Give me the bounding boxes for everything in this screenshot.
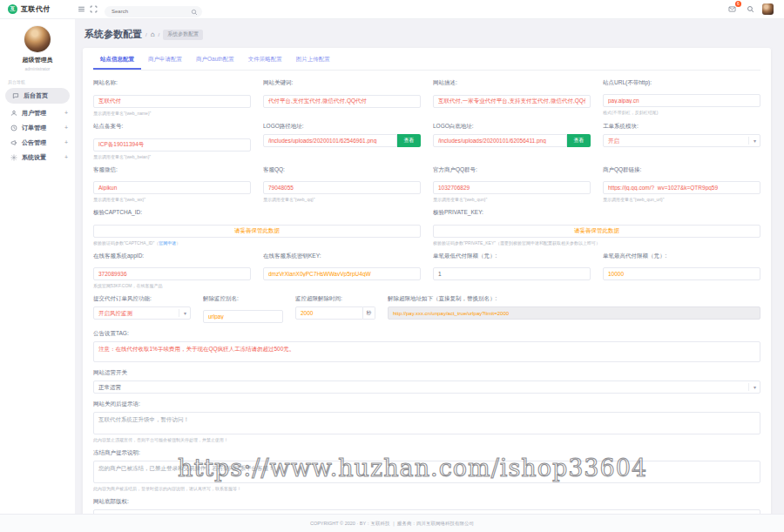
tab-image-upload[interactable]: 图片上传配置 — [289, 51, 337, 70]
site-keywords-input[interactable] — [263, 95, 421, 108]
beian-helper: 显示调用变量名"{web_beian}" — [93, 154, 251, 159]
qq-group-label: 官方商户QQ群号: — [433, 166, 591, 174]
site-url-input[interactable] — [603, 94, 760, 107]
max-limit-input[interactable] — [603, 267, 760, 280]
close-tips-textarea[interactable]: 互联代付系统正升级中，暂停访问！ — [93, 412, 760, 434]
beian-label: 站点备案号: — [93, 123, 251, 131]
logo-white-view-button[interactable]: 查看 — [567, 134, 591, 147]
notice-tag-label: 公告设置TAG: — [93, 330, 760, 338]
sidebar-item-users[interactable]: 用户管理 + — [0, 105, 75, 120]
settings-card: 站点信息配置 商户申请配置 商户Oauth配置 文件策略配置 图片上传配置 网站… — [83, 48, 771, 514]
sidebar-item-settings[interactable]: 系统设置 + — [0, 150, 75, 165]
user-avatar[interactable] — [762, 3, 774, 15]
kf-wx-label: 客服微信: — [93, 166, 251, 174]
geetest-id-label: 极验CAPTCHA_ID: — [93, 209, 421, 217]
official-apply-link[interactable]: 官网申请 — [159, 240, 176, 246]
unban-time-label: 监控超限解除时间: — [295, 295, 375, 303]
kf-wx-input[interactable] — [93, 181, 251, 194]
expand-icon: + — [64, 110, 68, 116]
profile-avatar[interactable] — [24, 26, 51, 52]
clock-icon — [10, 125, 17, 131]
topbar-search-icon[interactable] — [744, 3, 756, 16]
message-count-badge: 6 — [735, 1, 741, 7]
tab-merchant-apply[interactable]: 商户申请配置 — [141, 51, 189, 70]
seconds-addon: 秒 — [363, 306, 376, 320]
ticket-module-label: 工单系统模块: — [603, 123, 760, 131]
geetest-key-input[interactable] — [433, 225, 760, 238]
qq-group-link-label: 商户QQ群链接: — [603, 166, 760, 174]
sidebar-item-orders[interactable]: 订单管理 + — [0, 120, 75, 135]
kf-key-input[interactable] — [263, 267, 421, 280]
sidebar-item-announcements[interactable]: 公告管理 + — [0, 135, 75, 150]
global-search — [105, 1, 202, 17]
site-url-label: 站点URL(不带http): — [603, 79, 760, 87]
breadcrumb-current: 系统参数配置 — [163, 30, 203, 40]
site-desc-input[interactable] — [433, 95, 591, 108]
frozen-tips-label: 冻结商户提示说明: — [93, 449, 760, 457]
fullscreen-icon[interactable] — [87, 3, 99, 16]
messages-icon[interactable]: 6 — [726, 3, 738, 16]
kf-key-label: 在线客服系统密钥KEY: — [263, 253, 421, 260]
expand-icon: + — [64, 125, 68, 131]
risk-switch-select[interactable]: 开启风控监测 — [93, 306, 191, 320]
nav-section-label: 后台导航 — [8, 79, 75, 84]
kf-wx-helper: 显示调用变量名"{web_wx}" — [93, 197, 251, 202]
copyright-label: 网站底部版权: — [93, 498, 760, 506]
chat-icon — [12, 92, 19, 99]
profile-name: 超级管理员 — [0, 56, 75, 64]
search-icon[interactable] — [191, 3, 198, 10]
settings-form: 网站名称: 显示调用变量名"{web_name}" 网站关键词: 网站描述: 站… — [93, 79, 760, 514]
site-name-input[interactable] — [93, 95, 251, 108]
tab-file-policy[interactable]: 文件策略配置 — [241, 51, 289, 70]
geetest-id-helper: 极验验证码参数"CAPTCHA_ID"（官网申请） — [93, 240, 421, 246]
brand-name: 互联代付 — [21, 4, 51, 14]
unban-alias-label: 解除监控别名: — [203, 295, 283, 303]
qq-group-link-helper: 显示调用变量名"{web_qun_url}" — [603, 197, 760, 202]
sidebar-item-home[interactable]: 后台首页 — [5, 88, 70, 104]
tab-site-info[interactable]: 站点信息配置 — [93, 51, 141, 70]
kf-qq-label: 客服QQ: — [263, 166, 421, 174]
beian-input[interactable] — [93, 138, 251, 152]
geetest-key-helper: 极验验证码参数"PRIVATE_KEY"（需要到极验官网申请和配置获取相关参数以… — [433, 240, 760, 246]
kf-appid-label: 在线客服系统appID: — [93, 253, 251, 260]
unban-time-input[interactable] — [295, 306, 363, 320]
unban-url-readonly[interactable]: http://pay.xxx.cn/unpay/act_true/urlpay?… — [388, 306, 760, 320]
brand-logo-icon: 互 — [8, 4, 17, 14]
topbar: 互 互联代付 6 — [0, 0, 784, 19]
geetest-id-input[interactable] — [93, 225, 421, 238]
risk-switch-label: 提交代付订单风控功能: — [93, 295, 191, 303]
frozen-tips-textarea[interactable]: 您的商户已被冻结，已禁止登录和交易操作，若有疑问联系平台客服！ — [93, 461, 760, 483]
tab-bar: 站点信息配置 商户申请配置 商户Oauth配置 文件策略配置 图片上传配置 — [93, 48, 760, 71]
site-keywords-label: 网站关键词: — [263, 79, 421, 87]
notice-tag-textarea[interactable]: 注意：在线代付收取1%手续费用，关于现在QQ疯狂人工冻结请勿超过500元。 — [93, 341, 760, 362]
qq-group-link-input[interactable] — [603, 181, 760, 194]
main-content: 系统参数配置 / ⌂ / 系统参数配置 站点信息配置 商户申请配置 商户Oaut… — [75, 19, 784, 514]
logo-white-input[interactable] — [433, 134, 567, 147]
site-name-helper: 显示调用变量名"{web_name}" — [93, 111, 251, 116]
gear-icon — [10, 154, 17, 161]
kf-qq-helper: 显示调用变量名"{web_qq}" — [263, 197, 421, 202]
megaphone-icon — [10, 139, 17, 146]
close-tips-label: 网站关闭后提示语: — [93, 401, 760, 408]
unban-alias-input[interactable] — [203, 310, 283, 323]
max-limit-label: 单笔最高代付限额（元）: — [603, 253, 760, 260]
search-input[interactable] — [105, 6, 202, 17]
min-limit-label: 单笔最低代付限额（元）: — [433, 253, 591, 260]
unban-url-label: 解除超限地址如下（直接复制，替换别名）: — [388, 295, 760, 303]
min-limit-input[interactable] — [433, 267, 591, 280]
site-switch-select[interactable]: 正常运营 — [93, 380, 760, 394]
logo-path-input[interactable] — [263, 134, 397, 147]
frozen-tips-helper: 此内容为商户被冻结后，登录时提示的内容说明，请认真填写，联系客服等！ — [93, 486, 760, 491]
menu-toggle-icon[interactable] — [75, 3, 87, 16]
kf-qq-input[interactable] — [263, 181, 421, 194]
kf-appid-input[interactable] — [93, 267, 251, 280]
ticket-module-select[interactable]: 开启 — [603, 134, 760, 147]
site-desc-label: 网站描述: — [433, 79, 591, 87]
logo-view-button[interactable]: 查看 — [397, 134, 421, 147]
brand: 互 互联代付 — [0, 4, 75, 14]
tab-merchant-oauth[interactable]: 商户Oauth配置 — [189, 51, 241, 70]
site-url-helper: 格式(不带斜杠，反斜杠结尾) — [603, 110, 760, 115]
breadcrumb: 系统参数配置 / ⌂ / 系统参数配置 — [84, 28, 771, 41]
qq-group-input[interactable] — [433, 181, 591, 194]
home-icon[interactable]: ⌂ — [151, 31, 155, 38]
